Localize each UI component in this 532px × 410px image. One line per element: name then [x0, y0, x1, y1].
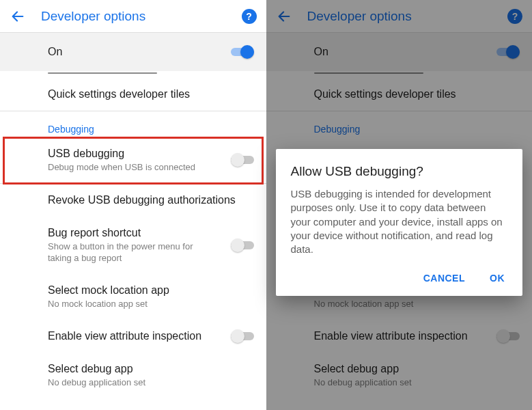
ok-button[interactable]: OK: [487, 269, 507, 288]
app-bar: Developer options ?: [0, 0, 266, 33]
settings-list: On Quick settings developer tiles Debugg…: [0, 33, 266, 410]
revoke-auth-row[interactable]: Revoke USB debugging authorizations: [0, 184, 266, 217]
help-icon[interactable]: ?: [242, 9, 257, 24]
usb-debugging-row[interactable]: USB debugging Debug mode when USB is con…: [0, 137, 266, 183]
master-toggle[interactable]: [231, 45, 254, 59]
dialog-actions: CANCEL OK: [291, 269, 508, 288]
debugging-section-label: Debugging: [0, 111, 266, 137]
master-toggle-row[interactable]: On: [0, 33, 266, 71]
cancel-button[interactable]: CANCEL: [421, 269, 468, 288]
dialog-title: Allow USB debugging?: [291, 164, 508, 179]
truncated-row: [0, 71, 266, 78]
back-icon[interactable]: [10, 8, 26, 25]
view-attribute-row[interactable]: Enable view attribute inspection: [0, 320, 266, 353]
bug-report-row[interactable]: Bug report shortcut Show a button in the…: [0, 217, 266, 274]
view-attribute-toggle[interactable]: [231, 329, 254, 343]
left-screenshot: Developer options ? On Quick settings de…: [0, 0, 266, 410]
usb-debugging-dialog: Allow USB debugging? USB debugging is in…: [276, 149, 523, 296]
master-toggle-label: On: [48, 45, 251, 59]
select-debug-app-row[interactable]: Select debug app No debug application se…: [0, 353, 266, 398]
right-screenshot: Developer options ? On Quick settings de…: [266, 0, 533, 410]
quick-settings-row[interactable]: Quick settings developer tiles: [0, 78, 266, 111]
page-title: Developer options: [41, 9, 242, 24]
dialog-body: USB debugging is intended for developmen…: [291, 187, 508, 256]
bug-report-toggle[interactable]: [231, 238, 254, 252]
mock-location-row[interactable]: Select mock location app No mock locatio…: [0, 274, 266, 320]
usb-debugging-toggle[interactable]: [231, 153, 254, 167]
